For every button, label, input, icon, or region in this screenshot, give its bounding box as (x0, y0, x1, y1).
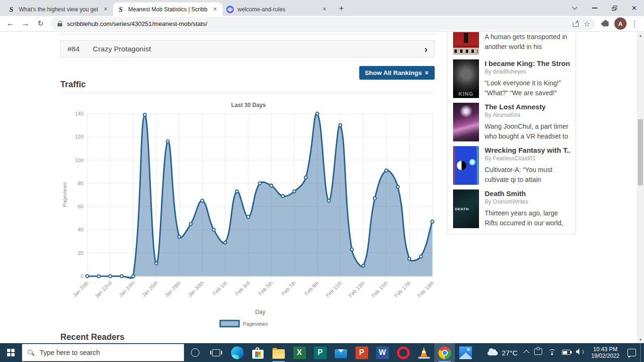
vlc-taskbar-button[interactable] (413, 343, 434, 362)
browser-forward-button[interactable] (19, 17, 32, 30)
novel-author: By FearlessCloud01 (485, 155, 570, 162)
recent-readers-heading: Recent Readers (60, 332, 435, 343)
svg-text:Feb 17th: Feb 17th (393, 280, 412, 298)
search-placeholder: Type here to search (40, 349, 100, 356)
traffic-chart-canvas[interactable]: Last 30 Days020406080100120140PageviewsJ… (60, 97, 435, 331)
edge-taskbar-button[interactable] (227, 343, 248, 362)
svg-text:Jan 20th: Jan 20th (72, 280, 90, 298)
meet-now-icon[interactable] (534, 348, 542, 355)
chart-y-axis-labels: 020406080100120140 (75, 111, 83, 279)
browser-menu-icon[interactable] (630, 19, 638, 29)
clock-time: 10:43 PM (591, 346, 619, 353)
novel-cover[interactable]: DEATH (453, 189, 479, 228)
chart-legend[interactable]: Pageviews (220, 321, 268, 327)
scrollbar-thumb[interactable] (638, 119, 643, 185)
chevron-up-icon[interactable] (523, 350, 529, 356)
discord-favicon-icon (226, 6, 234, 13)
publisher-taskbar-button[interactable]: P (310, 343, 330, 362)
photos-taskbar-button[interactable] (455, 343, 476, 362)
store-taskbar-button[interactable] (248, 343, 268, 362)
ranking-row-partial[interactable] (60, 32, 435, 34)
extensions-puzzle-icon[interactable] (603, 21, 609, 26)
novel-cover[interactable] (453, 146, 479, 185)
cortana-button[interactable] (184, 343, 206, 362)
powerpoint-taskbar-button[interactable]: P (351, 343, 372, 362)
store-icon (252, 350, 264, 359)
svg-text:Jan 26th: Jan 26th (140, 280, 158, 298)
bookmark-star-icon[interactable] (584, 19, 590, 28)
new-tab-button[interactable] (335, 2, 348, 15)
chevron-down-icon (572, 4, 577, 9)
chrome-taskbar-button[interactable] (434, 343, 455, 362)
svg-text:Feb 3rd: Feb 3rd (234, 280, 251, 296)
word-taskbar-button[interactable]: W (372, 343, 393, 362)
weather-cloud-icon[interactable] (487, 351, 498, 355)
chart-title: Last 30 Days (231, 102, 266, 108)
sidebar-novel-item[interactable]: A human gets transported in another worl… (453, 32, 570, 55)
temperature-label[interactable]: 27°C (501, 349, 521, 357)
windows-logo-icon (7, 349, 15, 356)
novel-author: By AkumaKira (485, 112, 570, 118)
sidebar-novel-item[interactable]: KINGI became King: The Stron...By deadfi… (453, 59, 570, 98)
window-minimize-button[interactable] (585, 0, 604, 16)
chart-x-axis-labels: Jan 20thJan 22ndJan 24thJan 26thJan 28th… (72, 280, 435, 299)
window-controls (565, 0, 644, 16)
show-desktop-button[interactable] (640, 343, 643, 362)
window-restore-button[interactable] (604, 0, 624, 16)
tab-close-icon[interactable]: × (211, 6, 219, 13)
novel-title[interactable]: I became King: The Stron... (485, 59, 570, 67)
sidebar-novel-item[interactable]: DEATHDeath SmithBy OsiriumWritesThirteen… (453, 189, 570, 228)
share-icon[interactable] (572, 21, 579, 27)
window-close-button[interactable] (624, 0, 644, 16)
svg-text:Feb 9th: Feb 9th (304, 280, 320, 296)
chevron-right-icon[interactable] (424, 43, 428, 55)
sidebar-novel-item[interactable]: The Lost AmnestyBy AkumaKiraWang JoonChu… (453, 103, 570, 141)
ranking-row[interactable]: #84 Crazy Protagonist (60, 40, 435, 58)
file-explorer-taskbar-button[interactable] (268, 343, 289, 362)
taskbar-search-box[interactable]: Type here to search (22, 344, 184, 362)
tab-close-icon[interactable]: × (102, 6, 109, 13)
sidebar-novel-item[interactable]: Wrecking Fantasy with T...By FearlessClo… (453, 146, 570, 185)
scribblehub-favicon-icon: S (117, 6, 124, 13)
powerpoint-icon: P (355, 346, 368, 359)
profile-avatar[interactable]: A (614, 17, 627, 30)
opera-taskbar-button[interactable] (393, 343, 413, 362)
scribblehub-favicon-icon: S (8, 6, 15, 13)
taskbar-clock[interactable]: 10:43 PM 19/02/2022 (587, 346, 623, 360)
browser-back-button[interactable] (4, 17, 17, 30)
start-button[interactable] (0, 343, 22, 362)
wifi-icon[interactable] (548, 349, 556, 355)
novel-title[interactable]: Wrecking Fantasy with T... (485, 146, 570, 154)
page-scrollbar[interactable] (637, 32, 644, 343)
tab-close-icon[interactable]: × (321, 6, 328, 13)
svg-text:Feb 11th: Feb 11th (325, 280, 343, 298)
url-bar[interactable]: scribblehub.com/series/430251/meanest-mo… (51, 17, 595, 30)
ranking-rank: #84 (67, 45, 93, 53)
battery-icon[interactable] (562, 350, 570, 355)
novel-cover[interactable] (453, 32, 479, 55)
novel-cover[interactable]: KING (453, 59, 479, 98)
tab-search-chevron-icon[interactable] (565, 0, 585, 16)
volume-icon[interactable] (576, 348, 585, 355)
scrollbar-up-arrow-icon[interactable] (637, 32, 644, 39)
ssl-lock-icon[interactable] (58, 21, 62, 26)
browser-reload-button[interactable] (34, 17, 47, 30)
excel-taskbar-button[interactable]: X (289, 343, 310, 362)
browser-tab-strip: SWhat's the highest view you get i×SMean… (0, 0, 644, 16)
browser-tab[interactable]: SWhat's the highest view you get i× (4, 2, 113, 16)
traffic-heading: Traffic (60, 80, 435, 93)
scrollbar-down-arrow-icon[interactable] (637, 336, 644, 343)
svg-text:Pageviews: Pageviews (243, 321, 268, 327)
browser-tab[interactable]: welcome-and-rules× (223, 2, 332, 16)
browser-tab[interactable]: SMeanest Mob Statistics | Scribble× (113, 2, 223, 16)
task-view-button[interactable] (206, 343, 227, 362)
photos-icon (459, 346, 472, 359)
svg-text:60: 60 (78, 204, 83, 209)
action-center-icon[interactable] (627, 349, 636, 356)
mail-taskbar-button[interactable] (330, 343, 351, 362)
novel-title[interactable]: The Lost Amnesty (485, 103, 570, 111)
novel-cover[interactable] (453, 103, 479, 141)
novel-title[interactable]: Death Smith (485, 189, 570, 197)
show-all-rankings-button[interactable]: Show All Rankings (359, 66, 435, 80)
excel-icon: X (293, 346, 306, 359)
